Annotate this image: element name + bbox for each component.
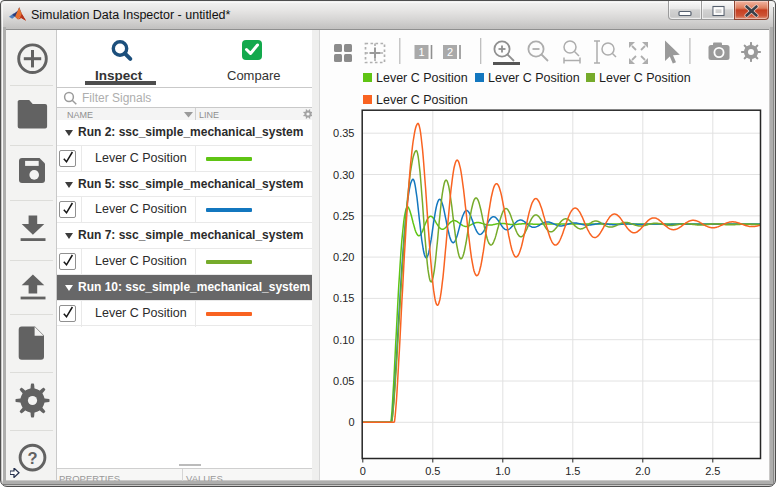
svg-text:1: 1 <box>418 46 424 58</box>
svg-text:?: ? <box>28 449 38 467</box>
svg-text:0.35: 0.35 <box>333 127 354 139</box>
svg-text:0: 0 <box>348 416 354 428</box>
svg-text:0.15: 0.15 <box>333 292 354 304</box>
svg-text:2.5: 2.5 <box>705 465 720 477</box>
svg-text:0.10: 0.10 <box>333 334 354 346</box>
svg-text:0.25: 0.25 <box>333 210 354 222</box>
svg-text:0.05: 0.05 <box>333 375 354 387</box>
svg-text:0.20: 0.20 <box>333 251 354 263</box>
svg-text:0.5: 0.5 <box>425 465 440 477</box>
svg-text:1.0: 1.0 <box>495 465 510 477</box>
svg-text:2: 2 <box>447 46 453 58</box>
svg-text:2.0: 2.0 <box>635 465 650 477</box>
svg-text:1.5: 1.5 <box>565 465 580 477</box>
svg-text:0.30: 0.30 <box>333 169 354 181</box>
svg-text:0: 0 <box>360 465 366 477</box>
